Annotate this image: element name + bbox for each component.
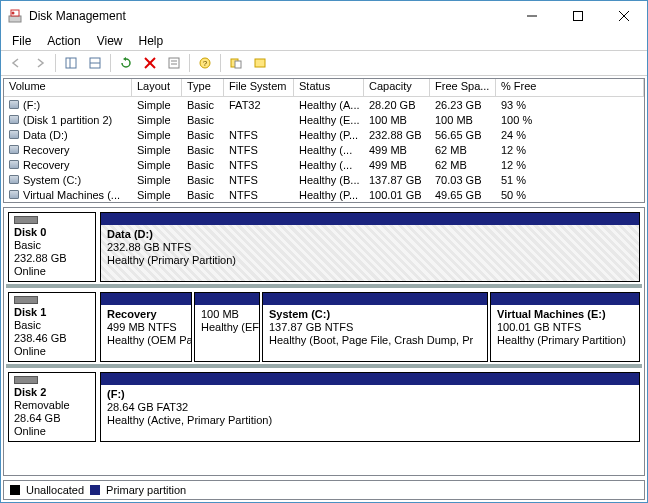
cell-layout: Simple [132, 97, 182, 112]
delete-button[interactable] [139, 52, 161, 74]
disk-block: Disk 2Removable28.64 GBOnline(F:)28.64 G… [8, 372, 640, 442]
disk-label[interactable]: Disk 1Basic238.46 GBOnline [8, 292, 96, 362]
cell-free: 26.23 GB [430, 97, 496, 112]
table-row[interactable]: (F:)SimpleBasicFAT32Healthy (A...28.20 G… [4, 97, 644, 112]
refresh-button[interactable] [115, 52, 137, 74]
menu-file[interactable]: File [5, 33, 38, 49]
disk-size: 232.88 GB [14, 252, 90, 265]
cell-fs: FAT32 [224, 97, 294, 112]
help-button[interactable]: ? [194, 52, 216, 74]
table-row[interactable]: Data (D:)SimpleBasicNTFSHealthy (P...232… [4, 127, 644, 142]
partition[interactable]: Virtual Machines (E:)100.01 GB NTFSHealt… [490, 292, 640, 362]
volume-name: (F:) [23, 99, 40, 111]
partition-size: 100 MB [201, 308, 253, 321]
settings-button[interactable] [84, 52, 106, 74]
cell-capacity: 499 MB [364, 142, 430, 157]
cell-fs: NTFS [224, 127, 294, 142]
cell-free: 56.65 GB [430, 127, 496, 142]
partition-size: 28.64 GB FAT32 [107, 401, 633, 414]
svg-text:?: ? [203, 59, 208, 68]
cell-pct: 12 % [496, 142, 644, 157]
cell-pct: 100 % [496, 112, 644, 127]
cell-status: Healthy (E... [294, 112, 364, 127]
svg-rect-0 [9, 16, 21, 22]
menu-view[interactable]: View [90, 33, 130, 49]
partition[interactable]: Data (D:)232.88 GB NTFSHealthy (Primary … [100, 212, 640, 282]
maximize-button[interactable] [555, 1, 601, 31]
forward-button[interactable] [29, 52, 51, 74]
volume-icon [9, 100, 19, 109]
list-header: Volume Layout Type File System Status Ca… [4, 79, 644, 97]
cell-name: (Disk 1 partition 2) [4, 112, 132, 127]
menu-action[interactable]: Action [40, 33, 87, 49]
partition-size: 499 MB NTFS [107, 321, 185, 334]
volume-name: (Disk 1 partition 2) [23, 114, 112, 126]
disk-block: Disk 1Basic238.46 GBOnlineRecovery499 MB… [8, 292, 640, 362]
disk-name: Disk 2 [14, 386, 90, 399]
menu-help[interactable]: Help [132, 33, 171, 49]
svg-rect-20 [255, 59, 265, 67]
toolbar-sep [110, 54, 111, 72]
window-root: Disk Management File Action View Help ? … [0, 0, 648, 503]
disk-separator[interactable] [6, 364, 642, 368]
cell-capacity: 100.01 GB [364, 187, 430, 202]
back-button[interactable] [5, 52, 27, 74]
disk-label[interactable]: Disk 2Removable28.64 GBOnline [8, 372, 96, 442]
action-2-button[interactable] [249, 52, 271, 74]
svg-rect-4 [574, 12, 583, 21]
col-free[interactable]: Free Spa... [430, 79, 496, 97]
col-layout[interactable]: Layout [132, 79, 182, 97]
partition-status: Healthy (Boot, Page File, Crash Dump, Pr [269, 334, 481, 347]
col-fs[interactable]: File System [224, 79, 294, 97]
disk-type: Basic [14, 319, 90, 332]
table-row[interactable]: RecoverySimpleBasicNTFSHealthy (...499 M… [4, 142, 644, 157]
volume-icon [9, 160, 19, 169]
partition-status: Healthy (EFI Sy [201, 321, 253, 334]
partition-name: (F:) [107, 388, 633, 401]
close-button[interactable] [601, 1, 647, 31]
disk-separator[interactable] [6, 284, 642, 288]
cell-free: 49.65 GB [430, 187, 496, 202]
disk-block: Disk 0Basic232.88 GBOnlineData (D:)232.8… [8, 212, 640, 282]
col-volume[interactable]: Volume [4, 79, 132, 97]
cell-capacity: 232.88 GB [364, 127, 430, 142]
disk-partitions: (F:)28.64 GB FAT32Healthy (Active, Prima… [100, 372, 640, 442]
cell-capacity: 28.20 GB [364, 97, 430, 112]
volume-list: Volume Layout Type File System Status Ca… [3, 78, 645, 203]
toolbar-sep [55, 54, 56, 72]
disk-label[interactable]: Disk 0Basic232.88 GBOnline [8, 212, 96, 282]
cell-layout: Simple [132, 142, 182, 157]
partition-stripe [101, 373, 639, 385]
partition[interactable]: Recovery499 MB NTFSHealthy (OEM Partit [100, 292, 192, 362]
cell-layout: Simple [132, 112, 182, 127]
table-row[interactable]: RecoverySimpleBasicNTFSHealthy (...499 M… [4, 157, 644, 172]
legend-unallocated-label: Unallocated [26, 484, 84, 496]
properties-button[interactable] [163, 52, 185, 74]
col-pct[interactable]: % Free [496, 79, 644, 97]
partition[interactable]: (F:)28.64 GB FAT32Healthy (Active, Prima… [100, 372, 640, 442]
col-capacity[interactable]: Capacity [364, 79, 430, 97]
disk-status: Online [14, 425, 90, 438]
titlebar: Disk Management [1, 1, 647, 31]
partition-body: 100 MBHealthy (EFI Sy [195, 305, 259, 361]
menubar: File Action View Help [1, 31, 647, 50]
partition-status: Healthy (Primary Partition) [497, 334, 633, 347]
table-row[interactable]: Virtual Machines (...SimpleBasicNTFSHeal… [4, 187, 644, 202]
window-buttons [509, 1, 647, 31]
partition[interactable]: 100 MBHealthy (EFI Sy [194, 292, 260, 362]
partition[interactable]: System (C:)137.87 GB NTFSHealthy (Boot, … [262, 292, 488, 362]
disk-type: Basic [14, 239, 90, 252]
minimize-button[interactable] [509, 1, 555, 31]
cell-layout: Simple [132, 187, 182, 202]
show-hide-tree-button[interactable] [60, 52, 82, 74]
table-row[interactable]: (Disk 1 partition 2)SimpleBasicHealthy (… [4, 112, 644, 127]
cell-fs: NTFS [224, 172, 294, 187]
legend-primary-swatch [90, 485, 100, 495]
action-1-button[interactable] [225, 52, 247, 74]
col-type[interactable]: Type [182, 79, 224, 97]
col-status[interactable]: Status [294, 79, 364, 97]
svg-rect-7 [66, 58, 76, 68]
cell-status: Healthy (P... [294, 127, 364, 142]
table-row[interactable]: System (C:)SimpleBasicNTFSHealthy (B...1… [4, 172, 644, 187]
graphical-view: Disk 0Basic232.88 GBOnlineData (D:)232.8… [3, 207, 645, 476]
